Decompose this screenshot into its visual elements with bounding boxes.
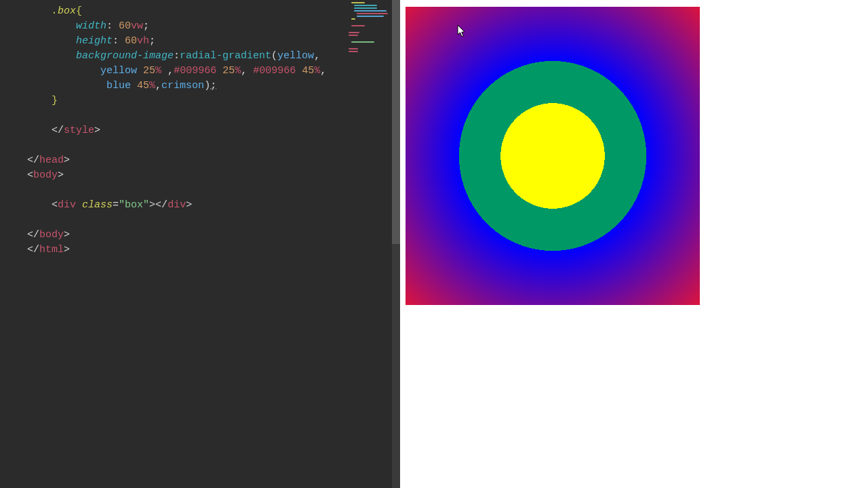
code-content[interactable]: .box{ width: 60vw; height: 60vh; backgro… (27, 4, 400, 258)
code-editor-pane[interactable]: .box{ width: 60vw; height: 60vh; backgro… (0, 0, 400, 488)
tag-body-open: body (33, 169, 58, 181)
tag-head-close: head (39, 155, 64, 166)
prop-width: width (76, 20, 106, 32)
preview-pane (400, 0, 868, 488)
brace-open: { (76, 5, 82, 17)
stop-green1: #009966 (174, 65, 216, 77)
tag-html-close: html (39, 244, 64, 256)
tag-div: div (58, 199, 76, 211)
val-height-num: 60 (125, 35, 137, 47)
tag-body-close: body (39, 229, 64, 241)
stop-green2: #009966 (253, 65, 296, 77)
stop-crimson: crimson (161, 80, 204, 92)
fn-radial-gradient: radial-gradient (180, 50, 271, 62)
prop-height: height (76, 35, 113, 47)
stop-yellow1: yellow (277, 50, 314, 62)
val-width-num: 60 (119, 20, 131, 32)
attr-class: class (82, 199, 113, 211)
brace-close: } (52, 95, 58, 106)
attr-class-val: "box" (119, 199, 149, 211)
tag-style-close: style (64, 125, 94, 136)
rendered-box (406, 7, 700, 305)
prop-bg: background-image (76, 50, 174, 62)
stop-blue: blue (106, 80, 131, 92)
val-width-unit: vw (131, 20, 143, 32)
editor-scrollbar[interactable] (392, 0, 400, 488)
stop-yellow2: yellow (100, 65, 137, 77)
css-selector: .box (52, 5, 76, 17)
editor-scrollbar-thumb[interactable] (392, 0, 400, 244)
val-height-unit: vh (137, 35, 149, 47)
